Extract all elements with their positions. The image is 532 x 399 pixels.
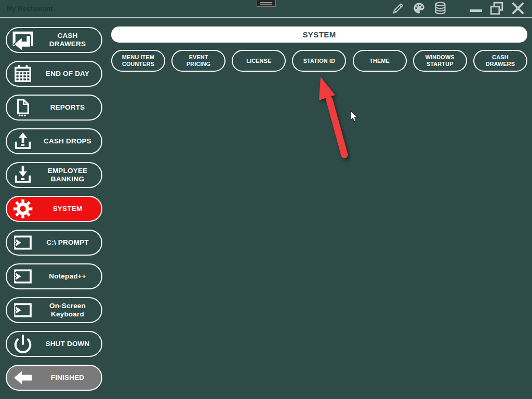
close-button[interactable] [510,1,526,18]
sidebar-item-reports[interactable]: REPORTS [6,95,102,121]
cash-drawers-icon [7,29,39,51]
employee-banking-icon [7,165,39,185]
sidebar-item-cash-drops[interactable]: CASH DROPS [6,128,102,154]
sidebar-item-notepad[interactable]: Notepad++ [6,263,102,289]
sidebar-item-finished[interactable]: FINISHED [6,365,102,391]
minimize-icon [469,1,483,17]
sidebar-item-label: END OF DAY [39,70,101,78]
terminal-icon [7,266,39,287]
minimize-button[interactable] [469,1,483,17]
report-icon [7,97,39,118]
tab-license[interactable]: LICENSE [232,50,286,72]
sidebar-item-on-screen-keyboard[interactable]: On-Screen Keyboard [6,297,102,323]
sidebar-item-label: C:\ PROMPT [39,238,101,247]
database-button[interactable] [433,1,447,17]
cash-drop-icon [7,131,39,152]
main-panel: SYSTEM MENU ITEM COUNTERS EVENT PRICING … [111,18,532,399]
sidebar-item-cash-drawers[interactable]: CASH DRAWERS [6,27,102,53]
sidebar-item-employee-banking[interactable]: EMPLOYEE BANKING [6,162,102,188]
titlebar-handle[interactable] [257,0,276,7]
terminal-icon [7,232,39,253]
sidebar-item-label: EMPLOYEE BANKING [39,167,101,183]
sidebar-item-label: CASH DRAWERS [39,32,101,48]
tab-cash-drawers[interactable]: CASH DRAWERS [473,50,527,72]
back-arrow-icon [7,367,39,388]
titlebar: My Restaurant [0,0,532,18]
sidebar-item-label: SHUT DOWN [39,340,101,348]
sidebar-item-label: CASH DROPS [39,137,101,145]
pencil-icon [391,1,405,17]
calendar-icon [7,63,39,84]
tab-event-pricing[interactable]: EVENT PRICING [171,50,225,72]
edit-button[interactable] [391,1,405,17]
palette-icon [412,1,426,17]
terminal-icon [7,300,39,321]
page-header: SYSTEM [111,26,527,43]
database-icon [433,1,447,17]
grip-lines-icon [260,2,272,5]
window-title: My Restaurant [7,5,53,12]
app-window: My Restaurant [0,0,532,399]
sidebar: CASH DRAWERS END OF [0,18,111,399]
gear-icon [7,199,39,219]
restore-button[interactable] [489,1,504,17]
tab-station-id[interactable]: STATION ID [292,50,346,72]
sidebar-item-label: Notepad++ [39,272,101,281]
sidebar-item-shut-down[interactable]: SHUT DOWN [6,331,102,357]
sidebar-item-label: SYSTEM [39,205,101,213]
sidebar-item-end-of-day[interactable]: END OF DAY [6,61,102,87]
sidebar-item-system[interactable]: SYSTEM [6,196,102,222]
system-tabs: MENU ITEM COUNTERS EVENT PRICING LICENSE… [111,50,527,72]
page-title: SYSTEM [302,30,336,39]
tab-theme[interactable]: THEME [353,50,407,72]
sidebar-item-label: REPORTS [39,103,101,112]
tab-menu-item-counters[interactable]: MENU ITEM COUNTERS [111,50,165,72]
sidebar-item-label: On-Screen Keyboard [39,302,101,318]
close-icon [510,1,526,18]
tab-windows-startup[interactable]: WINDOWS STARTUP [413,50,467,72]
titlebar-icons [387,0,529,18]
restore-icon [489,1,504,17]
theme-button[interactable] [412,1,426,17]
power-icon [7,334,39,354]
sidebar-item-c-prompt[interactable]: C:\ PROMPT [6,230,102,256]
sidebar-item-label: FINISHED [39,374,101,382]
